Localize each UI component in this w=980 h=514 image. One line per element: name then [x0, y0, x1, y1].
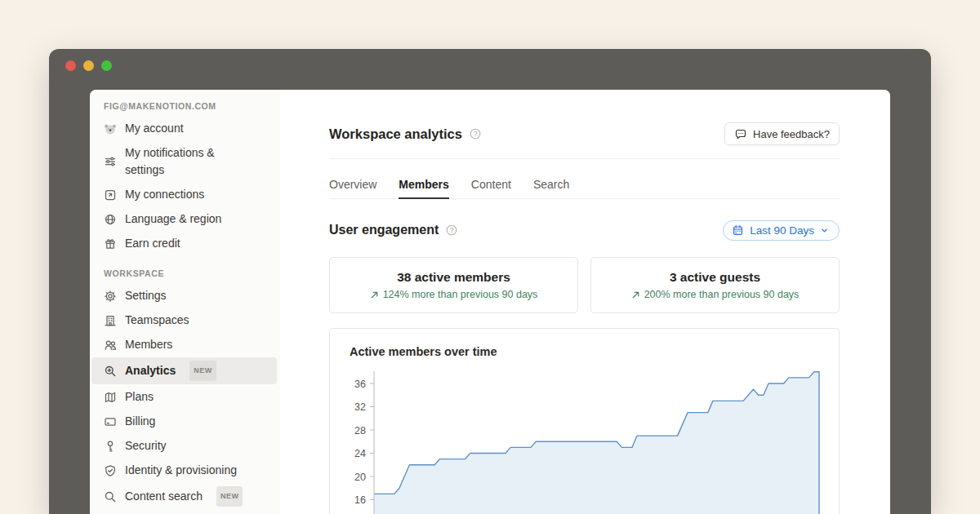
sidebar-item-content-search[interactable]: Content search NEW — [91, 483, 277, 510]
sidebar-item-identity-provisioning[interactable]: Identity & provisioning — [91, 459, 277, 482]
new-badge: NEW — [189, 361, 216, 381]
sidebar-item-notifications-settings[interactable]: My notifications & settings — [91, 141, 277, 182]
search-icon — [104, 490, 117, 503]
header-divider — [329, 158, 840, 159]
svg-text:20: 20 — [354, 472, 366, 483]
sidebar-item-label: Earn credit — [125, 235, 180, 252]
svg-text:28: 28 — [354, 425, 366, 436]
tab-content[interactable]: Content — [471, 178, 511, 199]
trend-up-icon — [370, 290, 379, 299]
account-email-header: FIG@MAKENOTION.COM — [90, 101, 277, 116]
sidebar-item-label: Plans — [125, 388, 154, 405]
traffic-lights — [65, 60, 112, 71]
close-window-button[interactable] — [65, 60, 76, 71]
sidebar-item-teamspaces[interactable]: Teamspaces — [91, 308, 277, 332]
stat-value: 38 active members — [397, 270, 510, 285]
sidebar-item-label: Content search — [125, 488, 203, 505]
tab-overview[interactable]: Overview — [329, 178, 376, 199]
credit-card-icon — [104, 415, 117, 428]
date-range-dropdown[interactable]: Last 90 Days — [723, 220, 840, 241]
chevron-down-icon — [820, 226, 829, 235]
building-icon — [104, 314, 117, 327]
sidebar-item-members[interactable]: Members — [91, 333, 277, 357]
sidebar-item-label: Analytics — [125, 362, 176, 379]
svg-text:24: 24 — [354, 448, 366, 459]
svg-text:36: 36 — [354, 379, 366, 390]
sidebar-item-label: Members — [125, 336, 172, 353]
active-members-chart-card: Active members over time 363228242016 — [329, 328, 840, 514]
calendar-icon — [732, 224, 744, 237]
svg-text:?: ? — [474, 130, 478, 138]
settings-panel: FIG@MAKENOTION.COM My account My notific… — [90, 90, 890, 514]
minimize-window-button[interactable] — [83, 60, 94, 71]
chart-title: Active members over time — [330, 345, 839, 358]
zoom-window-button[interactable] — [101, 60, 112, 71]
arrow-square-icon — [104, 188, 117, 202]
app-window: FIG@MAKENOTION.COM My account My notific… — [49, 49, 931, 514]
sidebar-item-analytics[interactable]: Analytics NEW — [91, 357, 277, 384]
sidebar-item-label: My notifications & settings — [125, 144, 236, 179]
svg-text:16: 16 — [354, 494, 366, 506]
svg-text:?: ? — [450, 226, 454, 234]
sidebar-item-label: My account — [125, 120, 184, 137]
sidebar-item-label: Teamspaces — [125, 312, 189, 329]
sidebar-item-plans[interactable]: Plans — [91, 385, 277, 409]
key-icon — [104, 440, 117, 453]
stat-card-active-guests: 3 active guests 200% more than previous … — [590, 257, 840, 313]
avatar-icon — [104, 122, 117, 135]
trend-up-icon — [631, 290, 640, 299]
stat-delta-text: 200% more than previous 90 days — [644, 289, 800, 300]
stat-value: 3 active guests — [670, 270, 760, 285]
sidebar-item-settings[interactable]: Settings — [91, 284, 277, 308]
new-badge: NEW — [216, 486, 243, 507]
sidebar-item-security[interactable]: Security — [91, 434, 277, 458]
sliders-icon — [104, 155, 117, 168]
gear-icon — [104, 290, 117, 303]
people-icon — [104, 339, 117, 352]
tab-members[interactable]: Members — [399, 178, 448, 199]
help-icon[interactable]: ? — [445, 224, 458, 237]
tab-search[interactable]: Search — [533, 178, 569, 199]
page-title: Workspace analytics — [329, 126, 462, 142]
sidebar-item-label: Settings — [125, 287, 167, 304]
settings-sidebar: FIG@MAKENOTION.COM My account My notific… — [90, 90, 280, 514]
sidebar-item-label: Identity & provisioning — [125, 462, 237, 479]
sidebar-item-my-account[interactable]: My account — [91, 117, 277, 140]
have-feedback-button[interactable]: Have feedback? — [724, 122, 840, 145]
shield-check-icon — [104, 464, 117, 477]
sidebar-item-my-connections[interactable]: My connections — [91, 183, 277, 206]
sidebar-item-earn-credit[interactable]: Earn credit — [91, 232, 277, 255]
date-range-label: Last 90 Days — [750, 224, 814, 237]
sidebar-item-label: Security — [125, 437, 167, 454]
gift-icon — [104, 237, 117, 250]
section-title-user-engagement: User engagement — [329, 223, 439, 237]
sidebar-item-label: My connections — [125, 186, 204, 203]
sidebar-item-label: Billing — [125, 413, 155, 430]
main-content: Workspace analytics ? Have feedback? Ove… — [280, 90, 890, 514]
stat-card-active-members: 38 active members 124% more than previou… — [329, 257, 578, 313]
map-icon — [104, 391, 117, 404]
svg-text:32: 32 — [354, 401, 366, 413]
zoom-in-icon — [104, 365, 117, 378]
analytics-tabs: Overview Members Content Search — [329, 178, 840, 199]
active-members-chart: 363228242016 — [330, 365, 839, 514]
sidebar-item-label: Language & region — [125, 210, 221, 228]
sidebar-item-billing[interactable]: Billing — [91, 410, 277, 433]
stat-delta-text: 124% more than previous 90 days — [383, 289, 538, 300]
globe-icon — [104, 213, 117, 226]
speech-bubble-icon — [734, 127, 747, 140]
sidebar-item-language-region[interactable]: Language & region — [91, 207, 277, 231]
workspace-section-header: WORKSPACE — [90, 268, 277, 283]
help-icon[interactable]: ? — [469, 127, 482, 140]
feedback-button-label: Have feedback? — [753, 128, 830, 140]
